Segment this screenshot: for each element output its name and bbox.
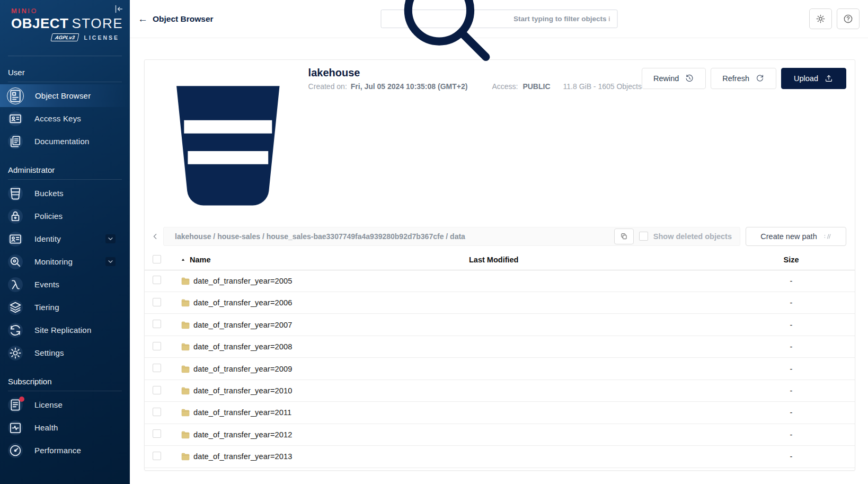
row-checkbox[interactable] [153,364,161,372]
refresh-button[interactable]: Refresh [711,68,776,89]
settings-button[interactable] [809,8,832,29]
help-button[interactable] [837,8,860,29]
sidebar-item-access-keys[interactable]: Access Keys [0,107,130,130]
sidebar-section-subscription: SubscriptionLicenseHealthPerformance [0,372,130,462]
sidebar-nav: UserObject BrowserAccess KeysDocumentati… [0,56,130,462]
object-name[interactable]: date_of_transfer_year=2010 [193,386,292,395]
breadcrumb-strip: lakehouse / house-sales / house_sales-ba… [163,227,740,246]
topbar: ← Object Browser [130,0,868,38]
bucket-icon [153,68,304,219]
object-name[interactable]: date_of_transfer_year=2007 [193,321,292,329]
upload-icon [824,74,834,83]
path-back-button[interactable] [147,227,163,245]
minio-logo: MINIO OBJECTSTORE AGPLv3 LICENSE [0,0,130,41]
sidebar-collapse-icon[interactable] [113,3,125,15]
sidebar-item-documentation[interactable]: Documentation [0,130,130,153]
sidebar-item-tiering[interactable]: Tiering [0,296,130,319]
sidebar-item-buckets[interactable]: Buckets [0,182,130,205]
rewind-icon [685,74,694,83]
folder-icon [181,386,190,395]
access-value: PUBLIC [522,82,550,91]
table-row[interactable]: date_of_transfer_year=2011- [145,402,855,424]
size-cell: - [728,365,855,373]
copy-path-button[interactable] [614,228,634,244]
chevron-left-icon [151,232,160,241]
sidebar-item-label: Documentation [34,137,90,146]
sort-ascending-icon[interactable] [181,258,185,262]
path-bar: lakehouse / house-sales / house_sales-ba… [145,227,855,246]
row-checkbox[interactable] [153,342,161,350]
sidebar-item-health[interactable]: Health [0,416,130,439]
size-cell: - [728,321,855,329]
sidebar-item-performance[interactable]: Performance [0,439,130,462]
table-row[interactable]: date_of_transfer_year=2007- [145,314,855,336]
sidebar-item-label: Tiering [34,303,59,312]
show-deleted-checkbox[interactable] [639,232,648,241]
row-checkbox[interactable] [153,408,161,416]
column-header-name[interactable]: Name [190,256,211,264]
row-checkbox[interactable] [153,276,161,284]
rewind-button[interactable]: Rewind [642,68,706,89]
row-checkbox[interactable] [153,386,161,394]
create-new-path-button[interactable]: Create new path [746,227,846,246]
app-window: MINIO OBJECTSTORE AGPLv3 LICENSE UserObj… [0,0,868,484]
column-header-size[interactable]: Size [783,256,799,264]
object-filter-searchbox[interactable] [380,10,617,28]
table-row[interactable]: date_of_transfer_year=2005- [145,270,855,292]
sidebar-item-license[interactable]: License [0,393,130,416]
breadcrumb[interactable]: lakehouse / house-sales / house_sales-ba… [175,232,465,241]
back-arrow-icon[interactable]: ← [138,14,148,24]
folder-icon [181,430,190,439]
object-name[interactable]: date_of_transfer_year=2013 [193,452,292,461]
sidebar-section-label: User [0,63,130,82]
site-replication-icon [8,323,23,338]
table-row[interactable]: date_of_transfer_year=2010- [145,380,855,402]
row-checkbox[interactable] [153,452,161,460]
created-label: Created on: [308,82,347,91]
buckets-icon [8,186,23,201]
search-input[interactable] [512,14,610,23]
table-row[interactable]: date_of_transfer_year=2009- [145,358,855,380]
sidebar-item-monitoring[interactable]: Monitoring [0,250,130,273]
size-cell: - [728,452,855,461]
upload-button[interactable]: Upload [781,68,846,89]
sidebar-item-site-replication[interactable]: Site Replication [0,319,130,341]
object-name[interactable]: date_of_transfer_year=2012 [193,430,292,439]
sidebar-item-settings[interactable]: Settings [0,341,130,364]
bucket-header: lakehouse Created on: Fri, Jul 05 2024 1… [145,60,855,227]
copy-icon [620,232,628,240]
object-name[interactable]: date_of_transfer_year=2009 [193,365,292,373]
table-row[interactable]: date_of_transfer_year=2008- [145,336,855,358]
folder-icon [181,321,190,329]
sidebar-divider [8,82,122,82]
identity-icon [8,232,23,247]
row-checkbox[interactable] [153,320,161,328]
sidebar-item-policies[interactable]: Policies [0,205,130,227]
table-row[interactable]: date_of_transfer_year=2006- [145,292,855,314]
performance-icon [8,443,23,458]
sidebar-item-object-browser[interactable]: Object Browser [0,84,130,107]
show-deleted-label: Show deleted objects [653,232,732,241]
sidebar-item-identity[interactable]: Identity [0,227,130,250]
chevron-down-icon[interactable] [105,234,116,243]
object-name[interactable]: date_of_transfer_year=2011 [193,408,291,417]
object-browser-icon [7,87,24,104]
sidebar-item-label: Events [34,280,59,289]
sidebar-item-label: Monitoring [34,257,73,266]
object-name[interactable]: date_of_transfer_year=2008 [193,342,292,351]
table-row[interactable]: date_of_transfer_year=2012- [145,424,855,446]
sidebar-item-label: Identity [34,234,61,243]
chevron-down-icon[interactable] [105,257,116,266]
refresh-icon [755,74,765,83]
row-checkbox[interactable] [153,298,161,306]
table-row[interactable]: date_of_transfer_year=2014- [145,468,855,471]
object-name[interactable]: date_of_transfer_year=2006 [193,298,292,307]
object-name[interactable]: date_of_transfer_year=2005 [193,277,292,285]
column-header-last-modified[interactable]: Last Modified [469,256,518,264]
select-all-checkbox[interactable] [153,255,161,263]
table-row[interactable]: date_of_transfer_year=2013- [145,446,855,468]
row-checkbox[interactable] [153,429,161,438]
sidebar-item-events[interactable]: Events [0,273,130,296]
size-cell: - [728,430,855,439]
agpl-badge: AGPLv3 [50,33,79,41]
